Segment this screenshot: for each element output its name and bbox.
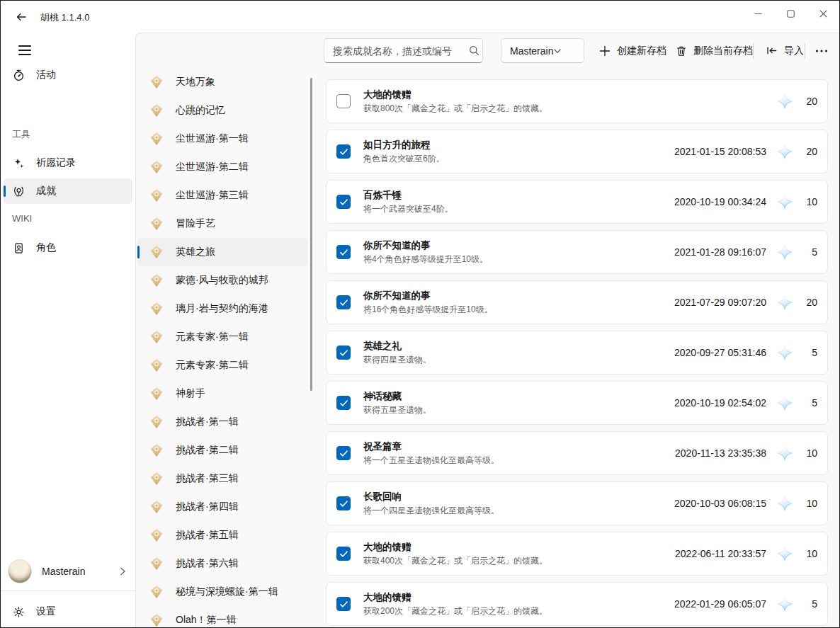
category-item[interactable]: 璃月·岩与契约的海港 [137, 295, 307, 323]
category-item[interactable]: 元素专家·第一辑 [137, 323, 307, 351]
category-item[interactable]: 心跳的记忆 [137, 96, 307, 125]
category-item[interactable]: 挑战者·第一辑 [137, 408, 307, 436]
minimize-button[interactable] [742, 1, 774, 26]
achievement-desc: 将4个角色好感等级提升至10级。 [363, 254, 674, 265]
achievement-row[interactable]: 你所不知道的事 将4个角色好感等级提升至10级。 2021-01-28 09:1… [326, 230, 828, 274]
achievement-checkbox[interactable] [336, 144, 351, 159]
app-title: 胡桃 1.1.4.0 [40, 11, 89, 24]
user-account-button[interactable]: Masterain [1, 554, 135, 589]
hamburger-button[interactable] [11, 38, 39, 62]
category-label: 秘境与深境螺旋·第一辑 [176, 586, 278, 598]
achievement-row[interactable]: 如日方升的旅程 角色首次突破至6阶。 2021-01-15 20:08:53 2… [326, 130, 828, 173]
category-item[interactable]: 挑战者·第五辑 [137, 521, 307, 549]
primogem-icon [776, 445, 793, 462]
gold-emblem-icon [149, 131, 164, 147]
delete-archive-button[interactable]: 删除当前存档 [669, 38, 760, 63]
achievement-row[interactable]: 英雄之礼 获得四星圣遗物。 2020-09-27 05:31:46 5 [326, 331, 828, 375]
hamburger-icon [18, 45, 31, 55]
sidebar-item-achievements[interactable]: 成就 [4, 178, 132, 204]
category-item[interactable]: 挑战者·第二辑 [137, 436, 307, 464]
primogem-icon [776, 595, 793, 612]
sidebar-item-wishes[interactable]: 祈愿记录 [4, 150, 132, 176]
category-item[interactable]: Olah！第一辑 [137, 606, 307, 628]
category-item[interactable]: 蒙德·风与牧歌的城邦 [137, 266, 307, 295]
achievement-checkbox[interactable] [336, 446, 351, 460]
maximize-button[interactable] [774, 1, 807, 26]
category-item[interactable]: 神射手 [137, 379, 307, 408]
category-item[interactable]: 秘境与深境螺旋·第一辑 [137, 578, 307, 606]
category-item[interactable]: 天地万象 [137, 68, 307, 96]
category-label: 挑战者·第二辑 [176, 444, 239, 457]
category-item[interactable]: 元素专家·第二辑 [137, 351, 307, 379]
import-label: 导入 [784, 45, 804, 57]
gold-emblem-icon [149, 612, 164, 628]
sidebar-item-label: 活动 [36, 69, 56, 81]
category-item[interactable]: 尘世巡游·第三辑 [137, 181, 307, 210]
sidebar-item-label: 角色 [36, 241, 56, 254]
achievement-row[interactable]: 你所不知道的事 将16个角色好感等级提升至10级。 2021-07-29 09:… [326, 280, 828, 324]
category-item[interactable]: 挑战者·第六辑 [137, 549, 307, 578]
achievement-row[interactable]: 大地的馈赠 获取400次「藏金之花」或「启示之花」的馈藏。 2022-06-11… [326, 532, 828, 576]
achievement-checkbox[interactable] [336, 547, 351, 561]
gold-emblem-icon [149, 301, 164, 316]
gold-emblem-icon [149, 216, 164, 232]
achievement-checkbox[interactable] [336, 94, 351, 108]
achievement-row[interactable]: 百炼千锤 将一个武器突破至4阶。 2020-10-19 00:34:24 10 [326, 180, 828, 224]
sidebar-item-characters[interactable]: 角色 [4, 235, 132, 261]
create-archive-label: 创建新存档 [617, 45, 666, 57]
gold-emblem-icon [149, 527, 164, 543]
achievement-title: 大地的馈赠 [363, 591, 674, 604]
primogem-icon [776, 93, 793, 110]
import-button[interactable]: 导入 [759, 38, 811, 63]
create-archive-button[interactable]: 创建新存档 [592, 38, 674, 63]
achievement-checkbox[interactable] [336, 346, 351, 360]
achievement-title: 如日方升的旅程 [363, 139, 674, 152]
category-scrollbar[interactable] [310, 78, 312, 391]
achievement-reward-count: 5 [800, 397, 817, 409]
achievement-reward-count: 20 [800, 297, 817, 308]
achievement-checkbox[interactable] [336, 496, 351, 510]
category-item[interactable]: 尘世巡游·第一辑 [137, 125, 307, 153]
achievement-row[interactable]: 神话秘藏 获得五星圣遗物。 2020-10-19 02:54:02 5 [326, 381, 828, 425]
gold-emblem-icon [149, 471, 164, 486]
category-label: 尘世巡游·第二辑 [176, 161, 249, 173]
sidebar-item-activity[interactable]: 活动 [4, 62, 132, 88]
search-button[interactable] [465, 41, 482, 61]
category-label: 冒险手艺 [176, 217, 215, 230]
category-item[interactable]: 挑战者·第三辑 [137, 464, 307, 493]
category-item[interactable]: 冒险手艺 [137, 210, 307, 238]
achievement-checkbox[interactable] [336, 245, 351, 259]
category-label: 尘世巡游·第一辑 [176, 132, 249, 145]
achievement-row[interactable]: 大地的馈赠 获取800次「藏金之花」或「启示之花」的馈藏。 20 [326, 79, 828, 123]
sidebar-item-settings[interactable]: 设置 [4, 599, 132, 624]
achievement-text: 百炼千锤 将一个武器突破至4阶。 [363, 189, 674, 215]
sidebar-item-label: 祈愿记录 [36, 156, 76, 169]
search-input[interactable] [324, 45, 465, 57]
app-window: 胡桃 1.1.4.0 活动 工具 [0, 0, 840, 628]
achievement-title: 百炼千锤 [363, 189, 674, 202]
back-button[interactable] [9, 6, 33, 28]
window-controls [742, 1, 839, 26]
achievement-row[interactable]: 长歌回响 将一个四星圣遗物强化至最高等级。 2020-10-03 06:08:1… [326, 481, 828, 525]
chevron-right-icon [118, 567, 127, 576]
compass-icon [12, 69, 25, 81]
achievement-title: 你所不知道的事 [363, 239, 674, 252]
achievement-checkbox[interactable] [336, 195, 351, 209]
achievement-checkbox[interactable] [336, 396, 351, 410]
close-button[interactable] [807, 1, 839, 26]
achievement-reward-count: 10 [800, 498, 817, 509]
achievement-checkbox[interactable] [336, 597, 351, 611]
category-item[interactable]: 英雄之旅 [137, 238, 307, 266]
achievement-checkbox[interactable] [336, 295, 351, 309]
archive-selector[interactable]: Masterain [501, 38, 584, 63]
category-label: 尘世巡游·第三辑 [176, 189, 249, 202]
achievement-row[interactable]: 大地的馈赠 获取200次「藏金之花」或「启示之花」的馈藏。 2022-01-29… [326, 582, 828, 626]
more-options-button[interactable] [809, 38, 834, 63]
category-label: 挑战者·第四辑 [176, 501, 239, 513]
category-item[interactable]: 挑战者·第四辑 [137, 493, 307, 521]
achievement-row[interactable]: 祝圣篇章 将一个五星圣遗物强化至最高等级。 2020-11-13 23:35:3… [326, 431, 828, 475]
sidebar-divider [1, 590, 135, 591]
category-item[interactable]: 尘世巡游·第二辑 [137, 153, 307, 181]
category-label: 神射手 [176, 387, 205, 400]
gold-emblem-icon [149, 103, 164, 118]
